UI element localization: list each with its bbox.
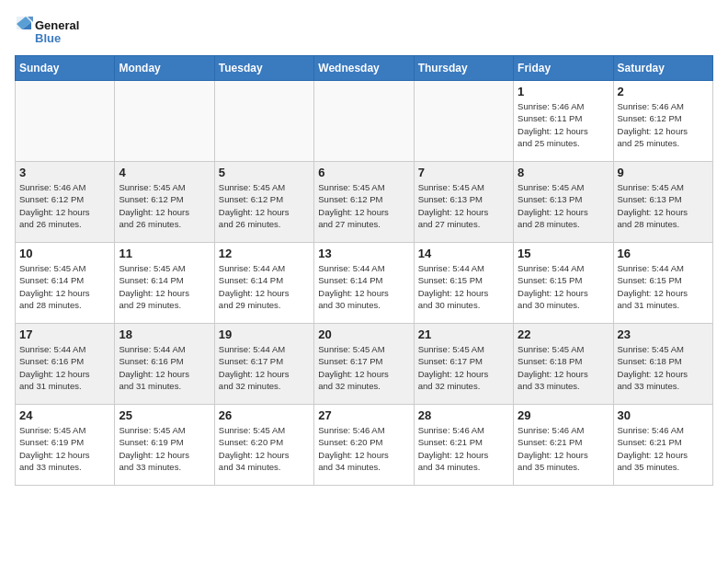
day-number: 5 xyxy=(219,166,310,179)
calendar-cell: 20Sunrise: 5:45 AM Sunset: 6:17 PM Dayli… xyxy=(314,324,414,405)
calendar-cell xyxy=(314,81,414,162)
day-number: 13 xyxy=(318,247,409,260)
day-number: 26 xyxy=(219,408,310,422)
day-number: 22 xyxy=(518,327,609,341)
calendar-cell: 9Sunrise: 5:45 AM Sunset: 6:13 PM Daylig… xyxy=(613,162,712,243)
calendar-cell xyxy=(16,81,115,162)
calendar-cell: 5Sunrise: 5:45 AM Sunset: 6:12 PM Daylig… xyxy=(214,162,313,243)
day-number: 4 xyxy=(119,166,210,179)
calendar-cell: 4Sunrise: 5:45 AM Sunset: 6:12 PM Daylig… xyxy=(115,162,214,243)
day-number: 30 xyxy=(618,408,709,422)
day-info: Sunrise: 5:45 AM Sunset: 6:20 PM Dayligh… xyxy=(219,424,310,473)
svg-text:Blue: Blue xyxy=(35,31,61,45)
week-row-2: 3Sunrise: 5:46 AM Sunset: 6:12 PM Daylig… xyxy=(16,162,713,243)
day-info: Sunrise: 5:45 AM Sunset: 6:13 PM Dayligh… xyxy=(518,181,609,230)
day-number: 11 xyxy=(119,247,210,260)
calendar-cell: 18Sunrise: 5:44 AM Sunset: 6:16 PM Dayli… xyxy=(115,324,214,405)
calendar-cell: 13Sunrise: 5:44 AM Sunset: 6:14 PM Dayli… xyxy=(314,243,414,324)
day-number: 2 xyxy=(618,85,709,98)
weekday-header-wednesday: Wednesday xyxy=(314,56,414,81)
calendar-cell: 6Sunrise: 5:45 AM Sunset: 6:12 PM Daylig… xyxy=(314,162,414,243)
day-info: Sunrise: 5:44 AM Sunset: 6:15 PM Dayligh… xyxy=(418,262,509,311)
day-info: Sunrise: 5:46 AM Sunset: 6:20 PM Dayligh… xyxy=(318,424,409,473)
day-number: 15 xyxy=(518,247,609,260)
day-info: Sunrise: 5:46 AM Sunset: 6:21 PM Dayligh… xyxy=(418,424,509,473)
day-number: 14 xyxy=(418,247,509,260)
day-info: Sunrise: 5:46 AM Sunset: 6:12 PM Dayligh… xyxy=(19,181,110,230)
svg-text:General: General xyxy=(35,18,79,32)
calendar-cell: 26Sunrise: 5:45 AM Sunset: 6:20 PM Dayli… xyxy=(214,405,313,486)
day-number: 23 xyxy=(618,327,709,341)
day-number: 21 xyxy=(418,327,509,341)
calendar-cell xyxy=(115,81,214,162)
calendar-table: SundayMondayTuesdayWednesdayThursdayFrid… xyxy=(15,55,713,486)
calendar-cell: 7Sunrise: 5:45 AM Sunset: 6:13 PM Daylig… xyxy=(414,162,513,243)
calendar-cell xyxy=(414,81,513,162)
day-number: 17 xyxy=(19,327,110,341)
calendar-cell: 27Sunrise: 5:46 AM Sunset: 6:20 PM Dayli… xyxy=(314,405,414,486)
day-number: 9 xyxy=(618,166,709,179)
calendar-cell: 28Sunrise: 5:46 AM Sunset: 6:21 PM Dayli… xyxy=(414,405,513,486)
calendar-cell: 29Sunrise: 5:46 AM Sunset: 6:21 PM Dayli… xyxy=(514,405,613,486)
calendar-cell: 30Sunrise: 5:46 AM Sunset: 6:21 PM Dayli… xyxy=(613,405,712,486)
weekday-header-monday: Monday xyxy=(115,56,214,81)
day-info: Sunrise: 5:44 AM Sunset: 6:15 PM Dayligh… xyxy=(618,262,709,311)
day-number: 12 xyxy=(219,247,310,260)
day-number: 7 xyxy=(418,166,509,179)
day-info: Sunrise: 5:44 AM Sunset: 6:17 PM Dayligh… xyxy=(219,343,310,392)
calendar-cell: 14Sunrise: 5:44 AM Sunset: 6:15 PM Dayli… xyxy=(414,243,513,324)
calendar-cell: 11Sunrise: 5:45 AM Sunset: 6:14 PM Dayli… xyxy=(115,243,214,324)
day-info: Sunrise: 5:45 AM Sunset: 6:17 PM Dayligh… xyxy=(418,343,509,392)
day-info: Sunrise: 5:45 AM Sunset: 6:12 PM Dayligh… xyxy=(119,181,210,230)
day-info: Sunrise: 5:44 AM Sunset: 6:14 PM Dayligh… xyxy=(318,262,409,311)
day-info: Sunrise: 5:45 AM Sunset: 6:19 PM Dayligh… xyxy=(19,424,110,473)
weekday-header-sunday: Sunday xyxy=(16,56,115,81)
weekday-header-row: SundayMondayTuesdayWednesdayThursdayFrid… xyxy=(16,56,713,81)
day-number: 28 xyxy=(418,408,509,422)
calendar-cell: 25Sunrise: 5:45 AM Sunset: 6:19 PM Dayli… xyxy=(115,405,214,486)
logo: General Blue xyxy=(15,15,97,48)
calendar-cell: 10Sunrise: 5:45 AM Sunset: 6:14 PM Dayli… xyxy=(16,243,115,324)
day-info: Sunrise: 5:44 AM Sunset: 6:15 PM Dayligh… xyxy=(518,262,609,311)
day-number: 16 xyxy=(618,247,709,260)
header: General Blue xyxy=(15,15,713,48)
day-info: Sunrise: 5:45 AM Sunset: 6:17 PM Dayligh… xyxy=(318,343,409,392)
week-row-4: 17Sunrise: 5:44 AM Sunset: 6:16 PM Dayli… xyxy=(16,324,713,405)
day-info: Sunrise: 5:44 AM Sunset: 6:16 PM Dayligh… xyxy=(119,343,210,392)
calendar-cell: 12Sunrise: 5:44 AM Sunset: 6:14 PM Dayli… xyxy=(214,243,313,324)
day-info: Sunrise: 5:45 AM Sunset: 6:19 PM Dayligh… xyxy=(119,424,210,473)
day-number: 27 xyxy=(318,408,409,422)
weekday-header-friday: Friday xyxy=(514,56,613,81)
day-info: Sunrise: 5:45 AM Sunset: 6:12 PM Dayligh… xyxy=(219,181,310,230)
day-number: 6 xyxy=(318,166,409,179)
calendar-cell: 19Sunrise: 5:44 AM Sunset: 6:17 PM Dayli… xyxy=(214,324,313,405)
calendar-cell: 17Sunrise: 5:44 AM Sunset: 6:16 PM Dayli… xyxy=(16,324,115,405)
day-number: 1 xyxy=(518,85,609,98)
weekday-header-tuesday: Tuesday xyxy=(214,56,313,81)
day-info: Sunrise: 5:45 AM Sunset: 6:18 PM Dayligh… xyxy=(618,343,709,392)
calendar-cell: 21Sunrise: 5:45 AM Sunset: 6:17 PM Dayli… xyxy=(414,324,513,405)
weekday-header-saturday: Saturday xyxy=(613,56,712,81)
calendar-cell: 8Sunrise: 5:45 AM Sunset: 6:13 PM Daylig… xyxy=(514,162,613,243)
calendar-cell: 1Sunrise: 5:46 AM Sunset: 6:11 PM Daylig… xyxy=(514,81,613,162)
calendar-cell: 22Sunrise: 5:45 AM Sunset: 6:18 PM Dayli… xyxy=(514,324,613,405)
calendar-cell: 15Sunrise: 5:44 AM Sunset: 6:15 PM Dayli… xyxy=(514,243,613,324)
day-number: 25 xyxy=(119,408,210,422)
day-number: 20 xyxy=(318,327,409,341)
day-number: 10 xyxy=(19,247,110,260)
day-number: 18 xyxy=(119,327,210,341)
logo-svg: General Blue xyxy=(15,15,97,48)
calendar-cell: 24Sunrise: 5:45 AM Sunset: 6:19 PM Dayli… xyxy=(16,405,115,486)
week-row-5: 24Sunrise: 5:45 AM Sunset: 6:19 PM Dayli… xyxy=(16,405,713,486)
day-info: Sunrise: 5:46 AM Sunset: 6:21 PM Dayligh… xyxy=(518,424,609,473)
day-number: 3 xyxy=(19,166,110,179)
weekday-header-thursday: Thursday xyxy=(414,56,513,81)
calendar-cell: 23Sunrise: 5:45 AM Sunset: 6:18 PM Dayli… xyxy=(613,324,712,405)
week-row-1: 1Sunrise: 5:46 AM Sunset: 6:11 PM Daylig… xyxy=(16,81,713,162)
calendar-cell: 16Sunrise: 5:44 AM Sunset: 6:15 PM Dayli… xyxy=(613,243,712,324)
day-info: Sunrise: 5:46 AM Sunset: 6:21 PM Dayligh… xyxy=(618,424,709,473)
day-info: Sunrise: 5:44 AM Sunset: 6:14 PM Dayligh… xyxy=(219,262,310,311)
calendar-cell: 3Sunrise: 5:46 AM Sunset: 6:12 PM Daylig… xyxy=(16,162,115,243)
day-info: Sunrise: 5:45 AM Sunset: 6:13 PM Dayligh… xyxy=(618,181,709,230)
day-info: Sunrise: 5:45 AM Sunset: 6:12 PM Dayligh… xyxy=(318,181,409,230)
